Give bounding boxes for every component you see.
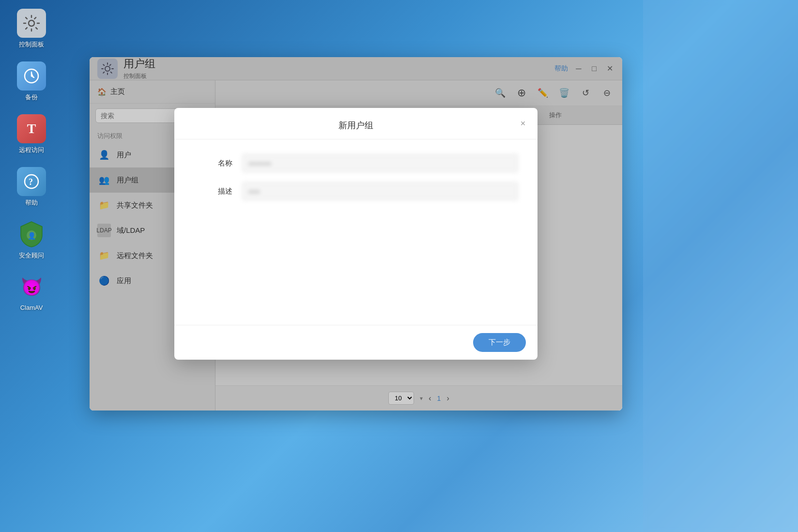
clamav-icon-img: 😈 <box>17 273 46 302</box>
new-user-group-modal: 新用户组 × 名称 描述 下一步 <box>174 108 537 360</box>
question-icon: ? <box>23 173 40 190</box>
main-window: 用户组 控制面板 帮助 ─ □ ✕ 🏠 主页 🔍 访问权限 � <box>90 57 622 410</box>
name-input[interactable] <box>242 154 518 172</box>
gear-icon <box>23 15 40 32</box>
remote-access-icon-img: T <box>17 114 46 143</box>
bg-decoration <box>643 0 798 532</box>
clamav-label: ClamAV <box>20 304 43 311</box>
control-panel-label: 控制面板 <box>19 40 44 49</box>
control-panel-icon-img <box>17 9 46 38</box>
svg-text:👤: 👤 <box>28 232 36 240</box>
security-label: 安全顾问 <box>19 251 44 260</box>
description-label: 描述 <box>194 187 232 196</box>
modal-close-button[interactable]: × <box>516 117 530 130</box>
description-form-row: 描述 <box>194 182 518 200</box>
backup-label: 备份 <box>25 93 38 102</box>
security-icon-img: 👤 <box>17 220 46 249</box>
desktop-icon-remote-access[interactable]: T 远程访问 <box>13 110 50 158</box>
modal-body: 名称 描述 <box>174 139 537 325</box>
description-input[interactable] <box>242 182 518 200</box>
help-icon-img: ? <box>17 167 46 196</box>
next-step-button[interactable]: 下一步 <box>473 333 526 352</box>
svg-point-0 <box>29 20 34 26</box>
desktop-icon-backup[interactable]: 备份 <box>13 58 50 106</box>
desktop-sidebar: 控制面板 备份 T 远程访问 ? 帮助 <box>0 0 63 532</box>
backup-icon-img <box>17 61 46 91</box>
remote-access-letter: T <box>27 121 36 137</box>
modal-footer: 下一步 <box>174 325 537 360</box>
svg-text:?: ? <box>29 177 33 187</box>
help-label: 帮助 <box>25 198 38 207</box>
name-form-row: 名称 <box>194 154 518 172</box>
remote-access-label: 远程访问 <box>19 146 44 154</box>
clock-icon <box>23 67 40 85</box>
desktop-icon-clamav[interactable]: 😈 ClamAV <box>13 269 50 315</box>
clamav-emoji: 😈 <box>21 277 43 297</box>
shield-icon: 👤 <box>19 221 44 248</box>
modal-header: 新用户组 × <box>174 108 537 139</box>
modal-overlay: 新用户组 × 名称 描述 下一步 <box>90 57 622 410</box>
desktop-icon-security[interactable]: 👤 安全顾问 <box>13 216 50 264</box>
modal-title: 新用户组 <box>338 120 373 131</box>
desktop-icon-help[interactable]: ? 帮助 <box>13 163 50 211</box>
name-label: 名称 <box>194 159 232 168</box>
desktop-icon-control-panel[interactable]: 控制面板 <box>13 5 50 53</box>
